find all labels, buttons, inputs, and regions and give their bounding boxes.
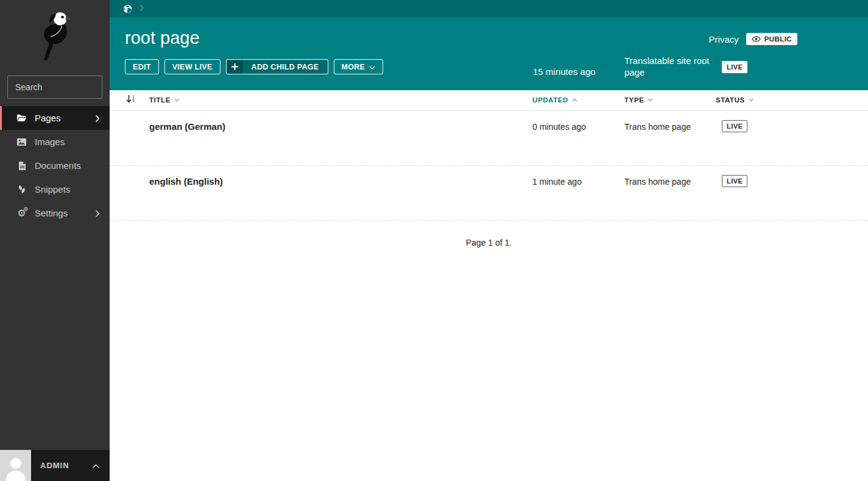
view-live-button[interactable]: VIEW LIVE bbox=[164, 59, 221, 74]
status-badge[interactable]: LIVE bbox=[722, 61, 747, 73]
person-icon bbox=[4, 455, 27, 481]
chevron-down-icon bbox=[749, 98, 754, 102]
sidebar-item-label: Images bbox=[35, 137, 65, 147]
table-header: 19 TITLE UPDATED TYPE STATUS bbox=[110, 90, 868, 111]
plus-icon bbox=[227, 60, 243, 74]
page-link[interactable]: english (English) bbox=[149, 176, 223, 187]
breadcrumb bbox=[110, 0, 868, 17]
row-type: Trans home page bbox=[624, 177, 691, 187]
column-header-title[interactable]: TITLE bbox=[149, 96, 180, 104]
app-window: Pages Images bbox=[0, 0, 868, 481]
search-input[interactable] bbox=[15, 82, 125, 92]
eye-icon bbox=[752, 36, 761, 42]
page-header: root page Privacy PUBLIC EDIT VIEW LIVE bbox=[110, 17, 868, 90]
sidebar-item-label: Snippets bbox=[35, 184, 70, 194]
edit-button[interactable]: EDIT bbox=[125, 59, 159, 74]
settings-icon: ⚙⚙ bbox=[16, 208, 27, 218]
status-badge[interactable]: LIVE bbox=[722, 120, 747, 132]
page-link[interactable]: german (German) bbox=[149, 121, 225, 132]
column-header-type[interactable]: TYPE bbox=[624, 96, 653, 104]
add-child-page-button[interactable]: ADD CHILD PAGE bbox=[226, 59, 328, 74]
page-title: root page bbox=[125, 28, 200, 48]
privacy-group: Privacy PUBLIC bbox=[709, 33, 797, 45]
account-menu[interactable]: ADMIN bbox=[0, 450, 110, 481]
chevron-up-icon bbox=[572, 98, 577, 102]
main-content: root page Privacy PUBLIC EDIT VIEW LIVE bbox=[110, 0, 868, 481]
folder-open-icon bbox=[16, 113, 27, 123]
privacy-value: PUBLIC bbox=[764, 35, 792, 43]
wagtail-logo bbox=[0, 0, 110, 65]
table-row: german (German) 0 minutes ago Trans home… bbox=[110, 111, 868, 166]
row-updated: 0 minutes ago bbox=[532, 122, 586, 132]
privacy-badge[interactable]: PUBLIC bbox=[746, 33, 797, 45]
chevron-down-icon bbox=[174, 98, 180, 102]
document-icon bbox=[16, 160, 27, 171]
sidebar: Pages Images bbox=[0, 0, 110, 481]
chevron-right-icon bbox=[95, 114, 100, 124]
row-type: Trans home page bbox=[624, 122, 691, 132]
sidebar-item-label: Pages bbox=[35, 113, 61, 123]
account-label: ADMIN bbox=[40, 461, 92, 470]
column-header-updated[interactable]: UPDATED bbox=[532, 96, 577, 104]
sidebar-item-images[interactable]: Images bbox=[0, 130, 110, 154]
table-row: english (English) 1 minute ago Trans hom… bbox=[110, 166, 868, 221]
page-updated-meta: 15 minutes ago bbox=[533, 66, 596, 77]
avatar bbox=[0, 450, 31, 481]
page-type-meta: Translatable site root page bbox=[624, 55, 710, 78]
row-status: LIVE bbox=[722, 120, 747, 132]
sidebar-search bbox=[7, 76, 102, 99]
snippets-icon bbox=[16, 184, 27, 194]
sidebar-item-label: Documents bbox=[35, 160, 81, 171]
column-header-status[interactable]: STATUS bbox=[716, 96, 754, 104]
sidebar-item-label: Settings bbox=[35, 208, 68, 218]
add-child-page-label: ADD CHILD PAGE bbox=[243, 63, 328, 71]
chevron-up-icon bbox=[92, 460, 100, 471]
chevron-right-icon bbox=[139, 3, 144, 14]
chevron-down-icon bbox=[647, 98, 653, 102]
chevron-down-icon bbox=[369, 63, 375, 71]
pagination: Page 1 of 1. bbox=[110, 238, 868, 248]
sidebar-item-pages[interactable]: Pages bbox=[0, 106, 110, 130]
globe-icon[interactable] bbox=[123, 4, 132, 13]
status-badge[interactable]: LIVE bbox=[722, 175, 747, 187]
privacy-label: Privacy bbox=[709, 34, 739, 45]
wagtail-bird-icon bbox=[36, 10, 74, 62]
sidebar-item-documents[interactable]: Documents bbox=[0, 154, 110, 177]
sort-order-icon[interactable]: 19 bbox=[126, 94, 135, 103]
row-updated: 1 minute ago bbox=[532, 177, 582, 187]
chevron-right-icon bbox=[95, 209, 100, 219]
page-status-meta: LIVE bbox=[722, 61, 747, 73]
sidebar-item-settings[interactable]: ⚙⚙ Settings bbox=[0, 201, 110, 225]
sidebar-nav: Pages Images bbox=[0, 106, 110, 225]
header-actions: EDIT VIEW LIVE ADD CHILD PAGE MORE bbox=[125, 59, 383, 74]
image-icon bbox=[16, 137, 27, 147]
more-button[interactable]: MORE bbox=[334, 59, 384, 74]
row-status: LIVE bbox=[722, 175, 747, 187]
more-label: MORE bbox=[342, 63, 365, 71]
sidebar-item-snippets[interactable]: Snippets bbox=[0, 177, 110, 201]
